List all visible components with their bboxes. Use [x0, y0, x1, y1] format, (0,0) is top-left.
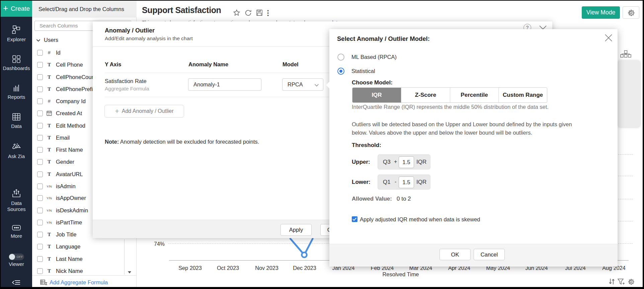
- svg-text:17: 17: [48, 113, 51, 115]
- svg-text:Σ: Σ: [45, 282, 47, 285]
